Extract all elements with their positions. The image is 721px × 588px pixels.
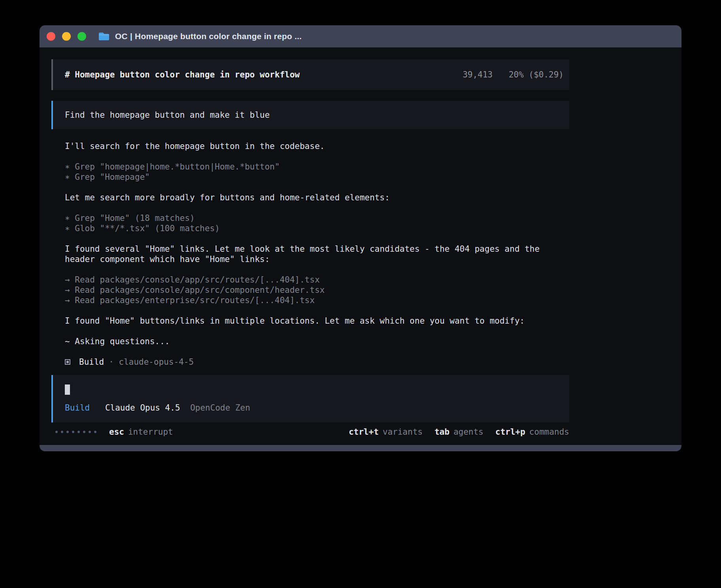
tool-call-grep: ∗ Grep "Home" (18 matches) bbox=[65, 213, 569, 223]
hint-agents: tabagents bbox=[434, 427, 483, 437]
tool-call-grep: ∗ Grep "homepage|home.*button|Home.*butt… bbox=[65, 162, 569, 172]
status-text: ~ Asking questions... bbox=[65, 336, 569, 347]
agent-name: Build bbox=[79, 357, 104, 367]
agent-icon bbox=[65, 359, 70, 365]
conversation: I'll search for the homepage button in t… bbox=[51, 141, 569, 367]
tool-call-grep: ∗ Grep "Homepage" bbox=[65, 172, 569, 182]
esc-key: esc bbox=[109, 427, 124, 437]
assistant-text: I found "Home" buttons/links in multiple… bbox=[65, 316, 569, 326]
status-bar: escinterrupt ctrl+tvariants tabagents ct… bbox=[51, 427, 569, 437]
terminal-window: OC | Homepage button color change in rep… bbox=[40, 25, 681, 451]
input-footer: Build Claude Opus 4.5 OpenCode Zen bbox=[65, 403, 564, 413]
close-button[interactable] bbox=[47, 32, 55, 41]
assistant-text: Let me search more broadly for buttons a… bbox=[65, 192, 569, 203]
text-cursor bbox=[65, 384, 70, 395]
assistant-text: I found several "Home" links. Let me loo… bbox=[65, 244, 569, 264]
provider-label: OpenCode Zen bbox=[190, 403, 250, 413]
mode-label: Build bbox=[65, 403, 90, 413]
prompt-input[interactable]: Build Claude Opus 4.5 OpenCode Zen bbox=[51, 375, 569, 422]
assistant-text: I'll search for the homepage button in t… bbox=[65, 141, 569, 151]
hint-commands: ctrl+pcommands bbox=[495, 427, 569, 437]
traffic-lights bbox=[47, 32, 86, 41]
zoom-button[interactable] bbox=[77, 32, 86, 41]
esc-label: interrupt bbox=[128, 427, 173, 437]
session-title: # Homepage button color change in repo w… bbox=[65, 70, 300, 80]
user-message: Find the homepage button and make it blu… bbox=[51, 101, 569, 129]
hint-interrupt: escinterrupt bbox=[109, 427, 173, 437]
session-header: # Homepage button color change in repo w… bbox=[51, 59, 569, 90]
folder-icon bbox=[98, 32, 110, 41]
session-stats: 39,413 20% ($0.29) bbox=[462, 70, 564, 80]
titlebar: OC | Homepage button color change in rep… bbox=[40, 25, 681, 47]
model-label: Claude Opus 4.5 bbox=[105, 403, 180, 413]
window-title-group: OC | Homepage button color change in rep… bbox=[98, 32, 302, 41]
tool-call-glob: ∗ Glob "**/*.tsx" (100 matches) bbox=[65, 223, 569, 234]
terminal-body: # Homepage button color change in repo w… bbox=[40, 47, 681, 445]
tool-call-read: → Read packages/console/app/src/routes/[… bbox=[65, 275, 569, 285]
agent-model: · claude-opus-4-5 bbox=[109, 357, 194, 367]
activity-dots bbox=[55, 431, 96, 433]
tool-call-read: → Read packages/enterprise/src/routes/[.… bbox=[65, 295, 569, 305]
tool-call-read: → Read packages/console/app/src/componen… bbox=[65, 285, 569, 295]
hint-variants: ctrl+tvariants bbox=[349, 427, 423, 437]
user-message-text: Find the homepage button and make it blu… bbox=[65, 110, 564, 120]
context-usage: 20% ($0.29) bbox=[509, 70, 564, 79]
agent-status-row: Build · claude-opus-4-5 bbox=[65, 357, 569, 367]
keyboard-hints: ctrl+tvariants tabagents ctrl+pcommands bbox=[349, 427, 569, 437]
window-title: OC | Homepage button color change in rep… bbox=[115, 32, 302, 41]
minimize-button[interactable] bbox=[62, 32, 71, 41]
token-count: 39,413 bbox=[462, 70, 493, 79]
